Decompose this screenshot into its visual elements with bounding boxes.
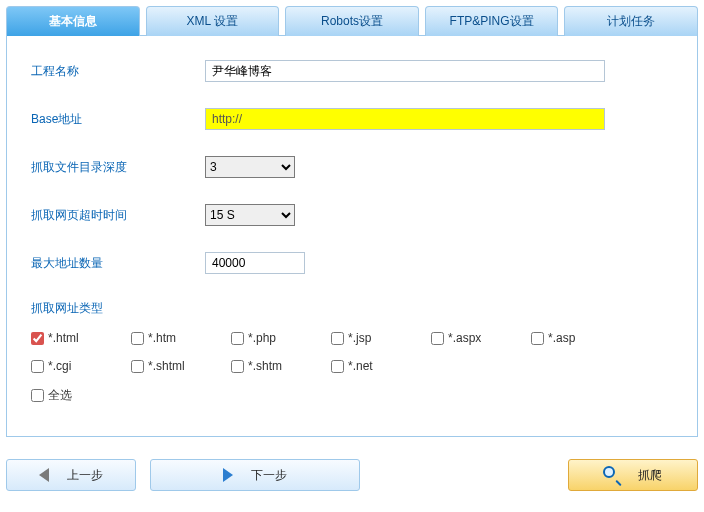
prev-button-label: 上一步 xyxy=(67,467,103,484)
base-url-input[interactable] xyxy=(205,108,605,130)
max-urls-label: 最大地址数量 xyxy=(25,255,205,272)
project-name-label: 工程名称 xyxy=(25,63,205,80)
type-jsp[interactable]: *.jsp xyxy=(331,331,431,345)
type-aspx-checkbox[interactable] xyxy=(431,332,444,345)
arrow-right-icon xyxy=(223,468,233,482)
type-shtml[interactable]: *.shtml xyxy=(131,359,231,373)
crawl-depth-select[interactable]: 3 xyxy=(205,156,295,178)
next-button[interactable]: 下一步 xyxy=(150,459,360,491)
tab-scheduled-tasks[interactable]: 计划任务 xyxy=(564,6,698,36)
type-htm[interactable]: *.htm xyxy=(131,331,231,345)
type-asp[interactable]: *.asp xyxy=(531,331,631,345)
next-button-label: 下一步 xyxy=(251,467,287,484)
select-all-checkbox[interactable] xyxy=(31,389,44,402)
type-php[interactable]: *.php xyxy=(231,331,331,345)
project-name-input[interactable] xyxy=(205,60,605,82)
bottom-bar: 上一步 下一步 抓爬 xyxy=(6,459,698,491)
type-aspx[interactable]: *.aspx xyxy=(431,331,531,345)
url-types-label: 抓取网址类型 xyxy=(25,300,679,317)
tab-basic-info[interactable]: 基本信息 xyxy=(6,6,140,36)
type-htm-checkbox[interactable] xyxy=(131,332,144,345)
url-types-grid: *.html *.htm *.php *.jsp *.aspx *.asp *.… xyxy=(25,331,679,387)
tab-ftp-ping-settings[interactable]: FTP&PING设置 xyxy=(425,6,559,36)
type-html[interactable]: *.html xyxy=(31,331,131,345)
type-cgi[interactable]: *.cgi xyxy=(31,359,131,373)
prev-button[interactable]: 上一步 xyxy=(6,459,136,491)
type-jsp-checkbox[interactable] xyxy=(331,332,344,345)
timeout-label: 抓取网页超时时间 xyxy=(25,207,205,224)
base-url-label: Base地址 xyxy=(25,111,205,128)
crawl-button-label: 抓爬 xyxy=(638,467,662,484)
type-asp-checkbox[interactable] xyxy=(531,332,544,345)
type-net-checkbox[interactable] xyxy=(331,360,344,373)
type-shtm-checkbox[interactable] xyxy=(231,360,244,373)
type-php-checkbox[interactable] xyxy=(231,332,244,345)
tab-bar: 基本信息 XML 设置 Robots设置 FTP&PING设置 计划任务 xyxy=(6,6,698,36)
type-cgi-checkbox[interactable] xyxy=(31,360,44,373)
max-urls-input[interactable] xyxy=(205,252,305,274)
crawl-button[interactable]: 抓爬 xyxy=(568,459,698,491)
select-all[interactable]: 全选 xyxy=(31,387,131,404)
type-shtm[interactable]: *.shtm xyxy=(231,359,331,373)
basic-info-panel: 工程名称 Base地址 抓取文件目录深度 3 抓取网页超时时间 15 S 最大地… xyxy=(6,35,698,437)
magnifier-icon xyxy=(604,467,620,483)
crawl-depth-label: 抓取文件目录深度 xyxy=(25,159,205,176)
type-net[interactable]: *.net xyxy=(331,359,431,373)
arrow-left-icon xyxy=(39,468,49,482)
tab-robots-settings[interactable]: Robots设置 xyxy=(285,6,419,36)
tab-xml-settings[interactable]: XML 设置 xyxy=(146,6,280,36)
timeout-select[interactable]: 15 S xyxy=(205,204,295,226)
type-html-checkbox[interactable] xyxy=(31,332,44,345)
type-shtml-checkbox[interactable] xyxy=(131,360,144,373)
